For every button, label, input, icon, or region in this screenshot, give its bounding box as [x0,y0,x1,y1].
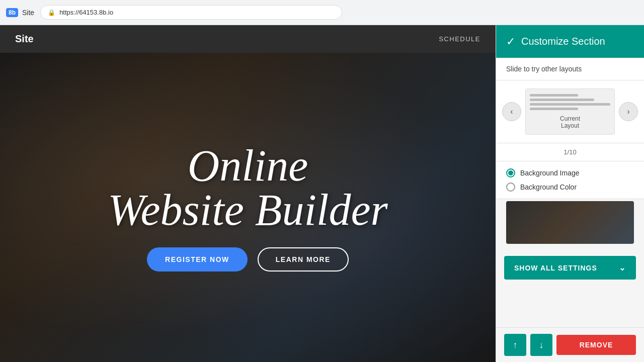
preview-line-4 [530,108,578,110]
browser-bar: 8b Site 🔒 https://64153.8b.io [0,0,644,25]
customize-panel: ✓ Customize Section Slide to try other l… [496,25,644,362]
site-tab-label: Site [22,9,34,17]
site-nav-links: SCHEDULE [439,35,480,43]
next-layout-button[interactable]: › [619,102,638,121]
nav-schedule[interactable]: SCHEDULE [439,35,480,43]
preview-lines [530,94,610,110]
preview-line-1 [530,94,578,97]
lock-icon: 🔒 [48,9,55,16]
bg-color-radio[interactable] [506,183,515,192]
bg-image-label: Background Image [520,169,580,177]
hero-buttons: REGISTER NOW LEARN MORE [147,247,349,272]
learn-more-button[interactable]: LEARN MORE [258,247,349,272]
check-icon: ✓ [506,35,515,48]
layout-pagination: 1/10 [496,143,644,161]
preview-line-2 [530,99,594,101]
panel-title: Customize Section [521,36,605,47]
layout-preview: Current Layout [525,88,615,135]
main-content: Site SCHEDULE Online Website Builder REG… [0,25,644,362]
bg-color-label: Background Color [520,183,577,191]
panel-spacer [496,286,644,327]
remove-button[interactable]: REMOVE [556,335,636,355]
layout-slider: ‹ Current Layout › [496,80,644,143]
register-button[interactable]: REGISTER NOW [147,247,248,272]
site-nav: Site SCHEDULE [0,25,496,53]
prev-layout-button[interactable]: ‹ [502,102,521,121]
layout-label: Current Layout [530,115,610,129]
move-down-button[interactable]: ↓ [530,334,552,356]
preview-line-3 [530,103,610,106]
hero-title-line2: Website Builder [108,186,387,234]
panel-bottom-actions: ↑ ↓ REMOVE [496,327,644,362]
chevron-down-icon: ⌄ [619,263,626,273]
hero-title: Online Website Builder [108,144,387,232]
logo-badge: 8b [6,8,18,17]
panel-subtitle: Slide to try other layouts [496,58,644,80]
move-up-button[interactable]: ↑ [504,334,526,356]
background-thumbnail[interactable] [506,201,634,244]
site-nav-logo: Site [15,33,34,45]
hero-content: Online Website Builder REGISTER NOW LEAR… [0,53,496,362]
bg-color-option[interactable]: Background Color [506,183,634,192]
bg-image-radio[interactable] [506,168,515,177]
show-all-settings-button[interactable]: SHOW ALL SETTINGS ⌄ [504,256,636,280]
hero-section: Online Website Builder REGISTER NOW LEAR… [0,53,496,362]
hero-title-line1: Online [188,141,308,190]
panel-header: ✓ Customize Section [496,25,644,58]
site-preview: Site SCHEDULE Online Website Builder REG… [0,25,496,362]
url-text: https://64153.8b.io [59,9,113,16]
background-options: Background Image Background Color [496,161,644,199]
browser-logo: 8b Site [6,8,34,17]
bg-image-option[interactable]: Background Image [506,168,634,177]
address-bar[interactable]: 🔒 https://64153.8b.io [40,5,342,20]
show-settings-label: SHOW ALL SETTINGS [514,264,597,272]
